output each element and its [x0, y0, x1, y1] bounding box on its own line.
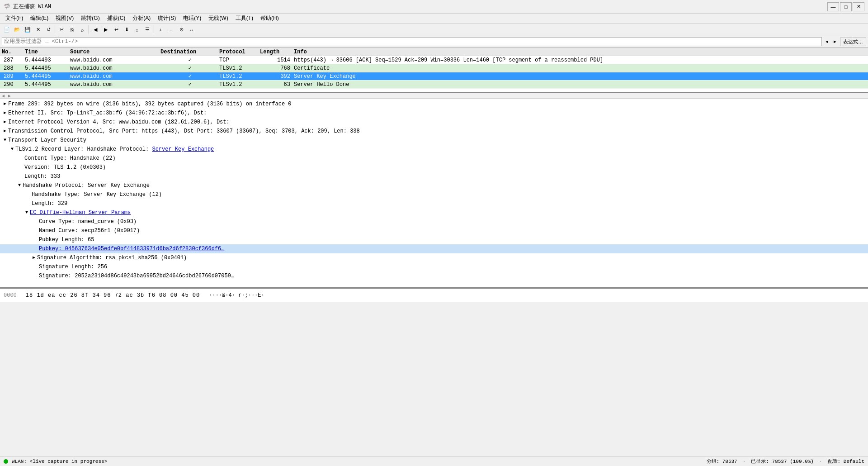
packet-dest: ✓ [160, 65, 219, 71]
detail-line[interactable]: ▼TLSv1.2 Record Layer: Handshake Protoco… [0, 145, 868, 154]
detail-line[interactable]: ▶Transmission Control Protocol, Src Port… [0, 127, 868, 136]
toolbar-button-copy[interactable]: ⎘ [67, 25, 77, 35]
toolbar-button-start[interactable]: ↩ [111, 25, 121, 35]
toolbar-button-stop[interactable]: ⬇ [122, 25, 132, 35]
packet-time: 5.444495 [25, 73, 70, 80]
collapse-icon[interactable]: ▶ [4, 109, 6, 117]
menu-item-capture[interactable]: 捕获(C) [104, 14, 129, 23]
detail-line[interactable]: ▶Ethernet II, Src: Tp-LinkT_ac:3b:f6 (34… [0, 109, 868, 118]
toolbar: 📄📂💾✕↺✂⎘⌕◀▶↩⬇↕☰+−⊙↔ [0, 24, 868, 36]
maximize-button[interactable]: □ [840, 2, 852, 11]
packet-row[interactable]: 287 5.444493 www.baidu.com ✓ TCP 1514 ht… [0, 56, 868, 64]
toolbar-button-prefs[interactable]: ☰ [142, 25, 152, 35]
hex-dump: 0000 18 1d ea cc 26 8f 34 96 72 ac 3b f6… [0, 289, 868, 302]
detail-line[interactable]: Version: TLS 1.2 (0x0303) [0, 163, 868, 172]
menu-item-analyze[interactable]: 分析(A) [129, 14, 154, 23]
packet-rows: 287 5.444493 www.baidu.com ✓ TCP 1514 ht… [0, 56, 868, 89]
toolbar-button-open[interactable]: 📂 [12, 25, 22, 35]
collapse-icon[interactable]: ▶ [33, 254, 35, 262]
detail-text: Length: 329 [32, 200, 67, 208]
detail-line[interactable]: Length: 329 [0, 199, 868, 208]
statusbar-right: 分组: 78537 · 已显示: 78537 (100.0%) · 配置: De… [707, 458, 864, 465]
menu-item-view[interactable]: 视图(V) [52, 14, 77, 23]
detail-line[interactable]: Pubkey: 045637634e05edfe0bf414833971d6ba… [0, 244, 868, 253]
horizontal-scroll-bar[interactable]: ◀ ▶ [0, 93, 868, 99]
detail-link[interactable]: Pubkey: 045637634e05edfe0bf414833971d6ba… [39, 246, 224, 252]
menu-item-help[interactable]: 帮助(H) [257, 14, 283, 23]
toolbar-button-fwd[interactable]: ▶ [101, 25, 111, 35]
expand-icon[interactable]: ▼ [18, 181, 21, 190]
toolbar-button-back[interactable]: ◀ [90, 25, 100, 35]
filter-arrow-right[interactable]: ▶ [832, 39, 838, 44]
menu-item-edit[interactable]: 编辑(E) [27, 14, 52, 23]
menu-item-phone[interactable]: 电话(Y) [179, 14, 205, 23]
detail-line[interactable]: Curve Type: named_curve (0x03) [0, 217, 868, 226]
detail-text: Frame 289: 392 bytes on wire (3136 bits)… [8, 100, 292, 108]
detail-text: Curve Type: named_curve (0x03) [39, 218, 137, 226]
status-sep-2: · [819, 459, 822, 464]
packet-info: https(443) → 33606 [ACK] Seq=1529 Ack=20… [294, 57, 868, 63]
packet-proto: TLSv1.2 [219, 73, 260, 80]
detail-line[interactable]: Length: 333 [0, 172, 868, 181]
hex-offset: 0000 [4, 292, 17, 299]
toolbar-button-zoomout[interactable]: − [166, 25, 176, 35]
detail-line[interactable]: Content Type: Handshake (22) [0, 154, 868, 163]
packet-dest: ✓ [160, 73, 219, 80]
collapse-icon[interactable]: ▶ [4, 100, 6, 108]
packet-list: No. Time Source Destination Protocol Len… [0, 48, 868, 93]
close-button[interactable]: ✕ [853, 2, 864, 11]
toolbar-button-zoomin[interactable]: + [156, 25, 165, 35]
packet-time: 5.444495 [25, 81, 70, 88]
detail-text: Signature: 2052a23104d86c49243ba69952bd2… [39, 272, 234, 280]
detail-line[interactable]: ▼EC Diffie-Hellman Server Params [0, 208, 868, 217]
filter-arrow-left[interactable]: ◀ [824, 39, 830, 44]
hex-ascii: ····&·4· r·;···E· [209, 292, 264, 299]
detail-line[interactable]: Signature: 2052a23104d86c49243ba69952bd2… [0, 271, 868, 281]
packet-count: 分组: 78537 [707, 458, 737, 465]
detail-line[interactable]: ▼Handshake Protocol: Server Key Exchange [0, 181, 868, 190]
detail-line[interactable]: ▶Frame 289: 392 bytes on wire (3136 bits… [0, 100, 868, 109]
toolbar-separator-sep1 [55, 25, 55, 34]
collapse-icon[interactable]: ▶ [4, 127, 6, 135]
detail-line[interactable]: Pubkey Length: 65 [0, 235, 868, 244]
packet-list-header: No. Time Source Destination Protocol Len… [0, 48, 868, 56]
minimize-button[interactable]: — [827, 2, 839, 11]
detail-line[interactable]: ▼Transport Layer Security [0, 136, 868, 145]
expand-icon[interactable]: ▼ [25, 209, 28, 217]
menu-bar: 文件(F)编辑(E)视图(V)跳转(G)捕获(C)分析(A)统计(S)电话(Y)… [0, 14, 868, 24]
detail-line[interactable]: Signature Length: 256 [0, 262, 868, 271]
packet-row[interactable]: 290 5.444495 www.baidu.com ✓ TLSv1.2 63 … [0, 81, 868, 89]
scroll-left-icon[interactable]: ◀ [0, 93, 6, 99]
expand-icon[interactable]: ▼ [11, 145, 14, 153]
detail-text: Pubkey: 045637634e05edfe0bf414833971d6ba… [39, 245, 224, 253]
toolbar-button-save[interactable]: 💾 [23, 25, 33, 35]
menu-item-tools[interactable]: 工具(T) [232, 14, 257, 23]
menu-item-file[interactable]: 文件(F) [2, 14, 27, 23]
toolbar-button-reload[interactable]: ↺ [43, 25, 53, 35]
detail-line[interactable]: ▶Signature Algorithm: rsa_pkcs1_sha256 (… [0, 253, 868, 262]
toolbar-button-cut[interactable]: ✂ [57, 25, 66, 35]
detail-line[interactable]: Handshake Type: Server Key Exchange (12) [0, 190, 868, 199]
scroll-right-icon[interactable]: ▶ [6, 93, 13, 99]
packet-no: 287 [0, 57, 25, 63]
collapse-icon[interactable]: ▶ [4, 118, 6, 126]
detail-link[interactable]: Server Key Exchange [152, 146, 214, 152]
display-filter-input[interactable] [2, 37, 822, 46]
toolbar-button-new[interactable]: 📄 [2, 25, 12, 35]
toolbar-button-zoomreset[interactable]: ⊙ [176, 25, 186, 35]
menu-item-wireless[interactable]: 无线(W) [205, 14, 231, 23]
expand-icon[interactable]: ▼ [4, 136, 6, 144]
menu-item-stats[interactable]: 统计(S) [154, 14, 179, 23]
menu-item-jump[interactable]: 跳转(G) [77, 14, 103, 23]
toolbar-button-close[interactable]: ✕ [33, 25, 43, 35]
detail-line[interactable]: ▶Internet Protocol Version 4, Src: www.b… [0, 118, 868, 127]
profile: 配置: Default [828, 458, 864, 465]
detail-link[interactable]: EC Diffie-Hellman Server Params [30, 209, 131, 216]
toolbar-button-restart[interactable]: ↕ [132, 25, 142, 35]
toolbar-button-resize[interactable]: ↔ [187, 25, 197, 35]
toolbar-button-find[interactable]: ⌕ [77, 25, 87, 35]
packet-row[interactable]: 288 5.444495 www.baidu.com ✓ TLSv1.2 768… [0, 64, 868, 72]
detail-line[interactable]: Named Curve: secp256r1 (0x0017) [0, 226, 868, 235]
packet-row[interactable]: 289 5.444495 www.baidu.com ✓ TLSv1.2 392… [0, 72, 868, 81]
expression-button[interactable]: 表达式… [840, 38, 866, 46]
